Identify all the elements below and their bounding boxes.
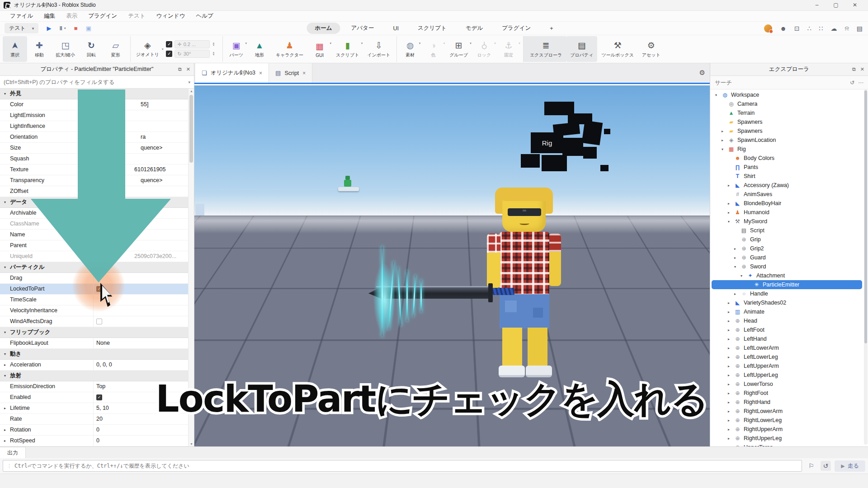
tree-item[interactable]: ▾ ✦ Attachment [712,271,862,280]
expander-icon[interactable]: ▾ [728,220,734,224]
expander-icon[interactable]: ▸ [0,436,10,446]
toolbar-button[interactable]: ♟ キャラクター ▾ [272,36,307,62]
play-button[interactable]: ▶ [47,25,51,32]
property-value[interactable]: None [93,338,188,348]
expander-icon[interactable]: ▸ [728,310,734,314]
expander-icon[interactable] [0,251,10,262]
ribbon-tab[interactable]: アバター [343,23,382,34]
property-value[interactable]: 0 [93,436,188,446]
tree-item[interactable]: ▸ ♟ Humanoid [712,208,862,217]
scrollbar-thumb[interactable] [864,90,867,343]
ribbon-tab[interactable]: ホーム [307,23,340,34]
toolbar-button[interactable]: ◳ 拡大/縮小 ▾ [52,36,79,62]
toolbar-button[interactable]: ▲ 地形 ▾ [247,36,272,62]
expander-icon[interactable] [0,392,10,403]
expander-icon[interactable]: ▾ [0,349,10,359]
stepper-down-icon[interactable]: ▼ [212,44,215,47]
move-snap-field[interactable]: ✛ 0.2 ... [175,40,210,48]
expander-icon[interactable]: ▸ [734,256,740,260]
topbar-icon[interactable]: ☻ [780,25,787,32]
tree-item[interactable]: ▸ ○ Handle [712,289,862,298]
ribbon-tab[interactable]: プラグイン [494,23,539,34]
device-emulation-button[interactable]: ▣ [86,25,91,32]
tree-item[interactable]: ▤ Script [712,226,862,235]
property-row[interactable]: ▾ フリップブック [0,327,188,338]
topbar-icon[interactable]: ☁ [830,25,837,32]
toolbar-button[interactable]: ⇩ インポート ▾ [363,36,394,62]
tree-item[interactable]: ✳ ParticleEmitter [712,280,862,289]
tab-place[interactable]: ❏ オリジナル剣No3 × [195,63,269,83]
expander-icon[interactable] [0,164,10,175]
expander-icon[interactable]: ▸ [728,202,734,206]
tree-item[interactable]: ▸ ◣ VarietyShades02 [712,298,862,307]
scroll-up-icon[interactable]: ▲ [190,89,193,93]
tree-item[interactable]: ▸ ⊕ UpperTorso [712,443,862,446]
pause-button[interactable]: ‖ [59,25,62,32]
rotate-snap-field[interactable]: ↻ 30° [175,50,210,58]
menu-item[interactable]: ウィンドウ [151,11,191,21]
properties-filter-input[interactable] [4,79,188,85]
tree-item[interactable]: ◎ Camera [712,99,862,108]
menu-item[interactable]: ファイル [5,11,38,21]
expander-icon[interactable]: ▸ [728,183,734,188]
menu-item[interactable]: ヘルプ [191,11,219,21]
expander-icon[interactable]: ▸ [0,360,10,370]
expander-icon[interactable]: ▸ [734,292,740,296]
expander-icon[interactable]: ▾ [0,197,10,207]
expander-icon[interactable]: ▾ [715,93,721,97]
rotate-snap-stepper[interactable]: ▲ ▼ [212,52,215,56]
chevron-down-icon[interactable]: ▾ [162,47,164,51]
toolbar-button[interactable]: ▱ 変形 ▾ [104,36,128,62]
tree-item[interactable]: ▸ ⊕ LeftHand [712,334,862,343]
close-icon[interactable]: × [302,70,306,76]
ribbon-tab[interactable]: スクリプト [410,23,455,34]
expander-icon[interactable] [0,305,10,316]
toolbar-button[interactable]: ✚ 移動 ▾ [27,36,52,62]
expander-icon[interactable]: ▸ [728,346,734,350]
close-icon[interactable]: × [259,70,262,76]
expander-icon[interactable] [0,143,10,153]
expander-icon[interactable]: ▾ [734,265,740,269]
expander-icon[interactable] [0,132,10,142]
rotate-snap-checkbox[interactable]: ✓ [166,51,172,57]
tree-item[interactable]: ▸ ◣ BlondeBoyHair [712,199,862,208]
more-options-icon[interactable]: ⋯ [858,80,863,86]
property-row[interactable]: ▸ RotSpeed 0 [0,436,188,446]
toolbar-button[interactable]: ◑ 色 ▾ [421,36,445,62]
expander-icon[interactable]: ▸ [728,337,734,341]
popout-icon[interactable]: ⧉ [178,66,182,72]
explorer-scrollbar[interactable] [864,89,868,445]
expander-icon[interactable] [0,121,10,131]
property-value[interactable]: 0, 0, 0 [93,360,188,370]
tree-item[interactable]: ▾ ▦ Rig [712,145,862,154]
toolbar-button[interactable]: ⚲ ロック ▾ [472,36,496,62]
bookmark-icon[interactable]: ⚐ [806,461,817,471]
gear-icon[interactable]: ⚙ [699,69,705,77]
maximize-button[interactable]: ▢ [826,0,845,10]
tree-item[interactable]: ▸ ⊕ LeftLowerArm [712,343,862,352]
tab-script[interactable]: ▤ Script × [269,63,312,83]
scrollbar-thumb[interactable] [189,95,193,163]
menu-item[interactable]: 編集 [38,11,61,21]
toolbar-button[interactable]: ⚒ ツールボックス ▾ [597,36,637,62]
expander-icon[interactable] [0,240,10,251]
expander-icon[interactable] [0,154,10,164]
toolbar-button[interactable]: ≣ エクスプローラ ▾ [523,36,566,62]
topbar-icon[interactable]: ∴ [807,25,811,32]
property-row[interactable]: ▸ Rotation 0 [0,425,188,436]
toolbar-button[interactable]: ▦ GUI ▾ [307,36,332,62]
geometry-dropdown[interactable]: ◈ ジオメトリ [136,40,159,58]
topbar-icon[interactable]: ∷ [819,25,823,32]
property-row[interactable]: FlipbookLayout None [0,338,188,349]
tree-item[interactable]: ▰ Spawners [712,117,862,127]
expander-icon[interactable]: ▸ [0,403,10,413]
toolbar-button[interactable]: ⚓ 固定 ▾ [496,36,521,62]
expander-icon[interactable] [0,110,10,121]
expander-icon[interactable]: ▾ [722,147,727,151]
stop-button[interactable]: ■ [74,25,78,32]
expander-icon[interactable] [0,186,10,197]
expander-icon[interactable]: ▸ [728,328,734,332]
expander-icon[interactable]: ▾ [741,274,746,278]
expander-icon[interactable]: ▸ [728,436,734,441]
expander-icon[interactable]: ▾ [0,89,10,99]
